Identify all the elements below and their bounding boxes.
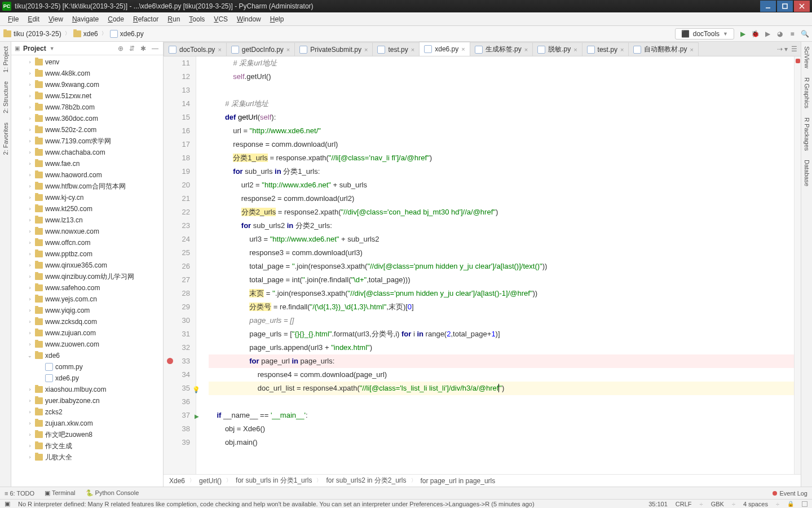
tree-item[interactable]: ›www.htfbw.com合同范本网 <box>11 181 163 192</box>
memory-indicator-icon[interactable] <box>802 501 807 507</box>
tool-tab[interactable]: R Packages <box>802 113 811 155</box>
breadcrumb-node[interactable]: for page_url in page_urls <box>421 477 496 485</box>
close-tab-icon[interactable]: × <box>690 46 693 53</box>
tree-item[interactable]: ›www.78b2b.com <box>11 102 163 113</box>
code-line[interactable]: page_urls = ["{}{}_{}.html".format(url3,… <box>209 327 794 341</box>
line-number[interactable]: 17 <box>164 138 190 151</box>
code-line[interactable]: total_page = int(''.join(re.findall("\d+… <box>209 273 794 287</box>
scroll-from-source-icon[interactable]: ⊕ <box>118 45 126 52</box>
code-line[interactable]: response = comm.download(url) <box>209 138 794 151</box>
tree-item[interactable]: ›www.4k8k.com <box>11 68 163 79</box>
code-line[interactable]: url2 = "http://www.xde6.net" + sub_urls <box>209 178 794 192</box>
tree-item[interactable]: ›作文吧zuowen8 <box>11 429 163 440</box>
chevron-icon[interactable]: › <box>27 59 33 65</box>
line-number[interactable]: 34 <box>164 368 190 382</box>
chevron-icon[interactable]: › <box>27 454 33 460</box>
menu-run[interactable]: Run <box>163 12 184 26</box>
event-log-button[interactable]: Event Log <box>773 490 807 497</box>
chevron-icon[interactable]: › <box>27 206 33 212</box>
code-line[interactable]: def getUrl(self): <box>209 111 794 124</box>
tree-item[interactable]: ›zujuan.xkw.com <box>11 418 163 429</box>
code-line[interactable]: for sub_urls2 in 分类2_urls: <box>209 219 794 233</box>
code-breadcrumb[interactable]: Xde6〉getUrl()〉for sub_urls in 分类1_urls〉f… <box>164 474 801 487</box>
tree-item[interactable]: ›www.520z-2.com <box>11 124 163 135</box>
close-tab-icon[interactable]: × <box>411 46 414 53</box>
chevron-icon[interactable]: › <box>27 443 33 449</box>
line-number[interactable]: 25 <box>164 246 190 260</box>
chevron-icon[interactable]: › <box>27 116 33 121</box>
close-tab-icon[interactable]: × <box>218 46 221 53</box>
menu-tools[interactable]: Tools <box>184 12 209 26</box>
tree-item[interactable]: ›www.kj-cy.cn <box>11 192 163 203</box>
tree-item[interactable]: ›www.safehoo.com <box>11 282 163 294</box>
line-number[interactable]: 39 <box>164 436 190 449</box>
collapse-all-icon[interactable]: ⇵ <box>129 45 137 52</box>
menu-code[interactable]: Code <box>103 12 129 26</box>
indent-setting[interactable]: 4 spaces <box>743 501 768 507</box>
code-line[interactable]: page_urls = [] <box>209 314 794 327</box>
tree-item[interactable]: ›www.qinzibuy.com幼儿学习网 <box>11 271 163 282</box>
editor-tab[interactable]: PrivateSubmit.py× <box>294 42 373 56</box>
code-line[interactable]: doc_url_list = response4.xpath("//li[@cl… <box>209 382 794 395</box>
bottom-tool-button[interactable]: ≡ 6: TODO <box>5 490 34 497</box>
caret-position[interactable]: 35:101 <box>648 501 668 507</box>
code-line[interactable]: response2 = comm.download(url2) <box>209 192 794 205</box>
chevron-icon[interactable]: › <box>27 409 33 415</box>
code-line[interactable]: # 采集url地址 <box>209 56 794 70</box>
window-close-button[interactable] <box>794 1 810 12</box>
editor-tab[interactable]: 脱敏.py× <box>532 42 582 56</box>
tool-tab[interactable]: R Graphics <box>802 73 811 113</box>
tree-item[interactable]: ›venv <box>11 56 163 68</box>
line-number[interactable]: 28 <box>164 287 190 300</box>
code-line[interactable]: url = "http://www.xde6.net/" <box>209 124 794 138</box>
line-number[interactable]: 12 <box>164 70 190 84</box>
tool-tab[interactable]: Database <box>802 155 811 191</box>
line-number[interactable]: 15 <box>164 111 190 124</box>
code-line[interactable] <box>209 395 794 409</box>
chevron-icon[interactable]: › <box>27 172 33 178</box>
close-tab-icon[interactable]: × <box>461 46 465 52</box>
code-line[interactable]: for page_url in page_urls: <box>209 354 794 368</box>
window-maximize-button[interactable] <box>777 1 793 12</box>
menu-edit[interactable]: Edit <box>23 12 44 26</box>
breadcrumb-item[interactable]: xde6.py <box>110 30 144 38</box>
hide-icon[interactable]: — <box>152 45 160 52</box>
tree-item[interactable]: ›儿歌大全 <box>11 452 163 463</box>
breadcrumb-item[interactable]: xde6 <box>73 30 98 38</box>
line-separator[interactable]: CRLF <box>676 501 692 507</box>
code-line[interactable]: if __name__ == '__main__': <box>209 409 794 422</box>
run-with-coverage-button[interactable]: ▶ <box>764 30 771 38</box>
breadcrumb-item[interactable]: tiku (2019-3-25) <box>3 30 61 38</box>
line-number[interactable]: 26 <box>164 260 190 273</box>
tree-item[interactable]: ›xiaoshou.mlbuy.com <box>11 384 163 395</box>
tree-item[interactable]: ›www.offcn.com <box>11 237 163 248</box>
menu-file[interactable]: File <box>3 12 23 26</box>
code-line[interactable]: url3 = "http://www.xde6.net" + sub_urls2 <box>209 233 794 246</box>
status-icon[interactable]: ▣ <box>5 500 10 507</box>
breadcrumb-node[interactable]: Xde6 <box>169 477 185 485</box>
editor-gutter[interactable]: 1112131415161718192021222324252627282930… <box>164 56 196 474</box>
file-encoding[interactable]: GBK <box>711 501 724 507</box>
line-number[interactable]: 35 <box>164 382 190 395</box>
menu-vcs[interactable]: VCS <box>209 12 232 26</box>
code-line[interactable] <box>209 84 794 97</box>
line-number[interactable]: 33 <box>164 354 190 368</box>
code-line[interactable]: 分类2_urls = response2.xpath("//div[@class… <box>209 205 794 219</box>
run-button[interactable]: ▶ <box>739 30 747 38</box>
tree-item[interactable]: ›www.yejs.com.cn <box>11 294 163 305</box>
chevron-icon[interactable]: › <box>27 161 33 167</box>
close-tab-icon[interactable]: × <box>573 46 577 53</box>
chevron-icon[interactable]: › <box>27 217 33 223</box>
line-number[interactable]: 23 <box>164 219 190 233</box>
editor-tab[interactable]: test.py× <box>582 42 629 56</box>
readonly-lock-icon[interactable]: 🔒 <box>787 501 794 507</box>
tree-item[interactable]: ›yuer.ibabyzone.cn <box>11 395 163 406</box>
line-number[interactable]: 19 <box>164 165 190 178</box>
code-line[interactable]: 分类号 = re.findall("/(\d{1,3})_\d{1,3}\.ht… <box>209 300 794 314</box>
error-marker-icon[interactable] <box>796 59 800 63</box>
stop-button[interactable]: ■ <box>788 30 796 38</box>
tree-item[interactable]: ›www.yiqig.com <box>11 305 163 316</box>
tree-item[interactable]: ›www.nowxue.com <box>11 226 163 237</box>
line-number[interactable]: 24 <box>164 233 190 246</box>
line-number[interactable]: 20 <box>164 178 190 192</box>
